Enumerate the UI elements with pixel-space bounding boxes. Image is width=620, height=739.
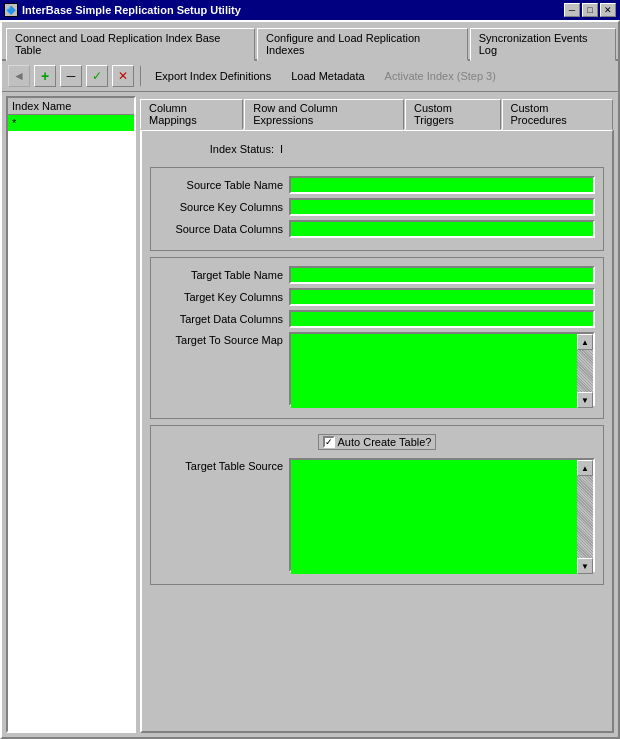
export-definitions-button[interactable]: Export Index Definitions <box>147 68 279 84</box>
source-data-label: Source Data Columns <box>159 223 289 235</box>
target-table-source-label: Target Table Source <box>159 458 289 472</box>
auto-create-row: ✓ Auto Create Table? <box>159 434 595 450</box>
target-table-source-scrollbar: ▲ ▼ <box>577 460 593 574</box>
window-controls: ─ □ ✕ <box>564 3 616 17</box>
tab-column-mappings[interactable]: Column Mappings <box>140 99 243 130</box>
index-status-row: Index Status: I <box>150 143 604 155</box>
inner-tab-strip: Column Mappings Row and Column Expressio… <box>140 96 614 129</box>
target-key-label: Target Key Columns <box>159 291 289 303</box>
content-area: Index Name * Column Mappings Row and Col… <box>2 92 618 737</box>
target-key-field[interactable] <box>289 288 595 306</box>
source-key-label: Source Key Columns <box>159 201 289 213</box>
window-title: InterBase Simple Replication Setup Utili… <box>22 4 241 16</box>
index-status-label: Index Status: <box>150 143 280 155</box>
target-source-map-field-wrap: ▲ ▼ <box>289 332 595 406</box>
source-key-field[interactable] <box>289 198 595 216</box>
target-table-source-row: Target Table Source ▲ ▼ <box>159 458 595 572</box>
target-key-row: Target Key Columns <box>159 288 595 306</box>
tab-custom-procedures[interactable]: Custom Procedures <box>502 99 613 130</box>
auto-create-label: Auto Create Table? <box>338 436 432 448</box>
tab-custom-triggers[interactable]: Custom Triggers <box>405 99 501 130</box>
source-data-row: Source Data Columns <box>159 220 595 238</box>
target-table-field[interactable] <box>289 266 595 284</box>
index-status-value: I <box>280 143 283 155</box>
source-data-field[interactable] <box>289 220 595 238</box>
top-tab-strip: Connect and Load Replication Index Base … <box>2 22 618 61</box>
index-list: * <box>8 115 134 731</box>
scroll-track-2 <box>577 476 593 558</box>
minus-button[interactable]: ─ <box>60 65 82 87</box>
target-source-map-field[interactable] <box>291 334 577 408</box>
target-table-label: Target Table Name <box>159 269 289 281</box>
tab-content-column-mappings: Index Status: I Source Table Name Source… <box>140 129 614 733</box>
bottom-section: ✓ Auto Create Table? Target Table Source… <box>150 425 604 585</box>
index-status-section: Index Status: I <box>150 139 604 167</box>
minimize-button[interactable]: ─ <box>564 3 580 17</box>
index-item[interactable]: * <box>8 115 134 131</box>
add-button[interactable]: + <box>34 65 56 87</box>
target-source-map-label: Target To Source Map <box>159 332 289 346</box>
toolbar-sep-1 <box>140 66 141 86</box>
tab-connect[interactable]: Connect and Load Replication Index Base … <box>6 28 255 61</box>
source-table-row: Source Table Name <box>159 176 595 194</box>
target-data-field[interactable] <box>289 310 595 328</box>
source-table-field[interactable] <box>289 176 595 194</box>
tab-row-column-expressions[interactable]: Row and Column Expressions <box>244 99 404 130</box>
check-button[interactable]: ✓ <box>86 65 108 87</box>
scroll-down-icon-2[interactable]: ▼ <box>577 558 593 574</box>
toolbar: ◄ + ─ ✓ ✕ Export Index Definitions Load … <box>2 61 618 92</box>
right-panel: Column Mappings Row and Column Expressio… <box>140 96 614 733</box>
load-metadata-button[interactable]: Load Metadata <box>283 68 372 84</box>
back-button[interactable]: ◄ <box>8 65 30 87</box>
target-table-source-field[interactable] <box>291 460 577 574</box>
index-panel: Index Name * <box>6 96 136 733</box>
target-section: Target Table Name Target Key Columns Tar… <box>150 257 604 419</box>
source-table-label: Source Table Name <box>159 179 289 191</box>
scroll-track <box>577 350 593 392</box>
scroll-up-icon[interactable]: ▲ <box>577 334 593 350</box>
app-icon: 🔷 <box>4 3 18 17</box>
target-data-row: Target Data Columns <box>159 310 595 328</box>
index-panel-header: Index Name <box>8 98 134 115</box>
target-source-scrollbar: ▲ ▼ <box>577 334 593 408</box>
scroll-up-icon-2[interactable]: ▲ <box>577 460 593 476</box>
scroll-down-icon[interactable]: ▼ <box>577 392 593 408</box>
auto-create-checkbox-wrap: ✓ Auto Create Table? <box>318 434 437 450</box>
tab-sync[interactable]: Syncronization Events Log <box>470 28 616 61</box>
target-data-label: Target Data Columns <box>159 313 289 325</box>
tab-configure[interactable]: Configure and Load Replication Indexes <box>257 28 468 61</box>
target-source-map-row: Target To Source Map ▲ ▼ <box>159 332 595 406</box>
source-section: Source Table Name Source Key Columns Sou… <box>150 167 604 251</box>
close-button[interactable]: ✕ <box>600 3 616 17</box>
auto-create-checkbox[interactable]: ✓ <box>323 436 335 448</box>
title-bar: 🔷 InterBase Simple Replication Setup Uti… <box>0 0 620 20</box>
activate-index-button[interactable]: Activate Index (Step 3) <box>377 68 504 84</box>
x-button[interactable]: ✕ <box>112 65 134 87</box>
source-key-row: Source Key Columns <box>159 198 595 216</box>
main-window: Connect and Load Replication Index Base … <box>0 20 620 739</box>
target-table-source-field-wrap: ▲ ▼ <box>289 458 595 572</box>
maximize-button[interactable]: □ <box>582 3 598 17</box>
target-table-row: Target Table Name <box>159 266 595 284</box>
